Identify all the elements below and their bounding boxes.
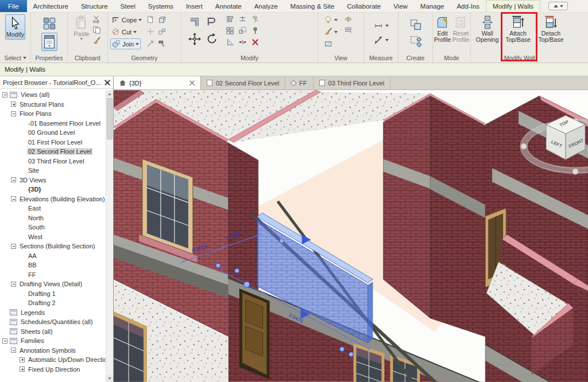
edit-profile-button[interactable]: Edit Profile [434,14,451,45]
project-browser-titlebar[interactable]: Project Browser - TutorialRoof_O... [0,76,113,89]
join-button[interactable]: Join [110,38,141,49]
tree-item-schedules-quantities-all[interactable]: Schedules/Quantities (all) [0,317,106,327]
wall-opening-button[interactable]: Wall Opening [474,14,500,45]
apply-coping-button[interactable] [145,26,155,36]
tab-modify-walls[interactable]: Modify | Walls [486,0,540,12]
thin-lines-button[interactable] [343,25,353,35]
view-tab-02-second-floor-level[interactable]: 02 Second Floor Level [201,76,285,89]
create-similar-button[interactable] [408,17,423,32]
tree-item-site[interactable]: Site [0,166,106,176]
tab-systems[interactable]: Systems [142,0,180,12]
wall-corner-join-button[interactable] [187,14,202,29]
collapse-icon[interactable] [11,196,16,201]
rotate-button[interactable] [204,32,219,46]
cut-profile-button[interactable] [145,14,155,24]
tree-item-01-first-floor-level[interactable]: 01 First Floor Level [0,138,106,147]
align-button[interactable] [225,14,235,24]
view-tab-ff[interactable]: FF [285,76,313,89]
tree-item-drafting-2[interactable]: Drafting 2 [0,298,106,308]
tree-item-north[interactable]: North [0,213,106,223]
tab-analyze[interactable]: Analyze [248,0,284,12]
tree-item-floor-plans[interactable]: Floor Plans [0,109,106,119]
expand-icon[interactable] [11,102,16,107]
hide-element-button[interactable] [323,38,334,49]
reset-profile-button[interactable]: Reset Profile [452,14,470,45]
tree-item-west[interactable]: West [0,232,106,242]
cope-button[interactable]: Cope [110,14,143,25]
collapse-icon[interactable] [11,111,16,116]
unjoin-button[interactable] [157,26,167,36]
offset-button[interactable] [238,14,247,24]
tab-collaborate[interactable]: Collaborate [341,0,387,12]
trim-button[interactable] [225,37,235,47]
sketch-button[interactable] [145,38,155,48]
view-tab-03-third-floor-level[interactable]: 03 Third Floor Level [314,76,391,89]
tree-item-east[interactable]: East [0,204,106,213]
view-tab-3d[interactable]: {3D} [114,76,201,89]
pin-button[interactable] [250,26,260,36]
tab-insert[interactable]: Insert [180,0,209,12]
collapse-icon[interactable] [11,348,16,353]
tree-item-structural-plans[interactable]: Structural Plans [0,100,106,110]
collapse-icon[interactable] [2,92,7,98]
paste-button[interactable]: Paste [74,14,90,41]
cut-clipboard-button[interactable] [92,14,102,24]
tree-item-legends[interactable]: Legends [0,308,106,318]
tree-item-bb[interactable]: BB [0,260,106,270]
panel-label-select[interactable]: Select [0,53,30,63]
tab-steel[interactable]: Steel [114,0,142,12]
wall-end-join-button[interactable] [204,14,219,29]
tree-item-elevations-building-elevation[interactable]: Elevations (Building Elevation) [0,194,106,204]
tree-item-ff[interactable]: FF [0,270,106,280]
ribbon-collapse-button[interactable] [548,2,568,10]
delete-button[interactable] [250,37,260,47]
collapse-icon[interactable] [11,282,16,287]
scrollbar-thumb[interactable] [107,98,113,139]
tree-item-drafting-1[interactable]: Drafting 1 [0,289,106,299]
detach-top-base-button[interactable]: Detach Top/Base [536,14,566,45]
tab-view[interactable]: View [387,0,414,12]
mirror-button[interactable] [225,26,235,36]
move-button[interactable] [187,32,202,46]
browser-scrollbar[interactable] [106,90,113,382]
tree-item-3d-views[interactable]: 3D Views [0,176,106,185]
scroll-up-icon[interactable] [106,90,113,98]
tree-item-sheets-all[interactable]: Sheets (all) [0,327,106,337]
tree-item-02-second-floor-level[interactable]: 02 Second Floor Level [0,147,106,157]
split-button[interactable] [238,37,247,47]
attach-top-base-button[interactable]: Attach Top/Base [502,14,533,45]
tab-file[interactable]: File [0,0,27,12]
tab-annotate[interactable]: Annotate [209,0,248,12]
modify-button[interactable]: Modify [5,14,25,40]
tree-item-drafting-views-detail[interactable]: Drafting Views (Detail) [0,279,106,289]
match-type-button[interactable] [92,36,102,46]
measure-aligned-button[interactable] [372,21,390,32]
tab-add-ins[interactable]: Add-Ins [450,0,486,12]
tree-item-views-all[interactable]: Views (all) [0,90,106,100]
tree-item-families[interactable]: Families [0,336,106,346]
collapse-icon[interactable] [11,244,16,249]
collapse-icon[interactable] [11,177,16,182]
create-group-button[interactable] [408,34,423,49]
close-icon[interactable] [105,80,110,85]
tree-item-sections-building-section[interactable]: Sections (Building Section) [0,241,106,251]
close-view-icon[interactable] [189,80,195,85]
cut-geometry-button[interactable]: Cut [110,26,138,37]
copy-button[interactable] [92,25,102,35]
solid-tool-button[interactable] [157,14,167,24]
properties-button[interactable] [42,15,57,32]
tree-item-south[interactable]: South [0,223,106,232]
linework-button[interactable] [323,26,339,37]
tree-item-fixed-up-direction[interactable]: Fixed Up Direction [0,365,106,375]
tab-structure[interactable]: Structure [75,0,114,12]
3d-viewport[interactable]: 1.0938 0.9014 3.0475 TOP LEFT FR [114,90,588,382]
toggle-reveal-button[interactable] [323,14,339,25]
tree-item-03-third-floor-level[interactable]: 03 Third Floor Level [0,157,106,166]
unpin-button[interactable] [250,14,260,24]
tab-manage[interactable]: Manage [414,0,451,12]
tree-item-automatic-up-down-direction[interactable]: Automatic Up/Down Direction [0,355,106,365]
expand-icon[interactable] [20,357,25,362]
tree-item-00-ground-level[interactable]: 00 Ground Level [0,128,106,138]
array-button[interactable] [238,26,247,36]
tab-massing-site[interactable]: Massing & Site [284,0,341,12]
